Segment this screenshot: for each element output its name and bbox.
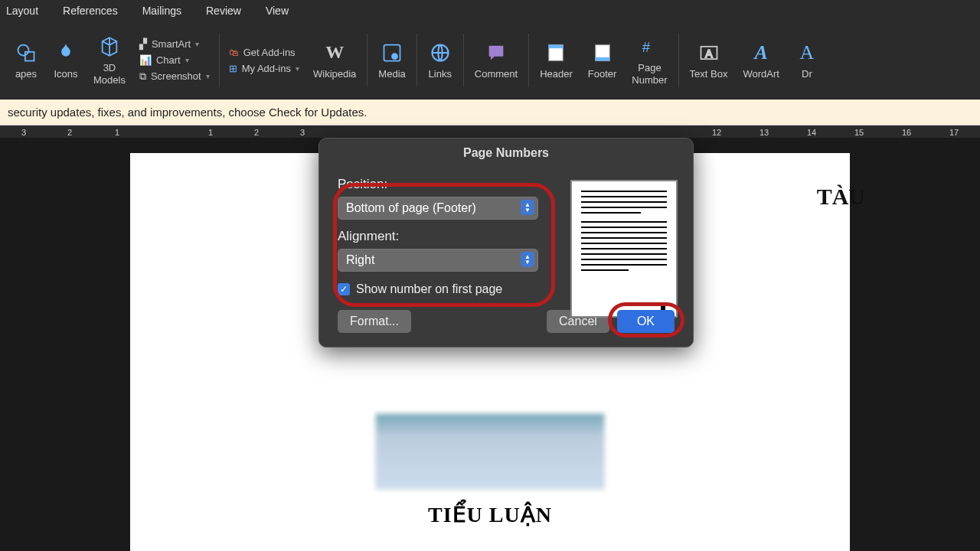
checkbox-checked-icon[interactable]: ✓ bbox=[338, 283, 350, 295]
page-image-blurred bbox=[375, 413, 605, 490]
dropcap-icon: A bbox=[795, 41, 819, 65]
ribbon-chart[interactable]: 📊Chart▾ bbox=[139, 54, 210, 66]
ribbon-icons[interactable]: Icons bbox=[46, 21, 86, 99]
ribbon-dropcap[interactable]: A Dr bbox=[787, 21, 819, 99]
page-heading: TIỂU LUẬN bbox=[130, 502, 850, 527]
select-arrows-icon: ▲▼ bbox=[521, 252, 534, 267]
dialog-title: Page Numbers bbox=[319, 139, 693, 166]
format-button[interactable]: Format... bbox=[338, 310, 411, 333]
ribbon: apes Icons 3D Models ▞SmartArt▾ 📊Chart▾ … bbox=[0, 21, 980, 99]
wordart-icon: A bbox=[749, 41, 773, 65]
ribbon-3d-models[interactable]: 3D Models bbox=[86, 21, 133, 99]
menu-layout[interactable]: Layout bbox=[6, 5, 38, 17]
ribbon-media[interactable]: Media bbox=[371, 21, 413, 99]
icons-icon bbox=[54, 41, 78, 65]
ribbon-page-number[interactable]: # Page Number bbox=[624, 21, 675, 99]
wikipedia-icon: W bbox=[322, 41, 347, 65]
svg-rect-1 bbox=[25, 52, 34, 61]
menu-references[interactable]: References bbox=[63, 5, 118, 17]
media-icon bbox=[380, 41, 404, 65]
ribbon-header[interactable]: Header bbox=[532, 21, 580, 99]
ribbon-shapes[interactable]: apes bbox=[6, 21, 46, 99]
ribbon-get-addins[interactable]: 🛍Get Add-ins bbox=[229, 47, 299, 58]
alignment-select[interactable]: Right ▲▼ bbox=[338, 249, 538, 272]
addins-icon: ⊞ bbox=[229, 63, 237, 74]
svg-rect-2 bbox=[384, 44, 400, 60]
smartart-icon: ▞ bbox=[139, 38, 147, 50]
svg-rect-8 bbox=[595, 57, 609, 61]
ribbon-comment[interactable]: Comment bbox=[467, 21, 525, 99]
ribbon-my-addins[interactable]: ⊞My Add-ins▾ bbox=[229, 63, 299, 74]
ribbon-footer[interactable]: Footer bbox=[580, 21, 625, 99]
page-number-preview bbox=[570, 180, 678, 318]
page-numbers-dialog: Page Numbers Position: Bottom of page (F… bbox=[318, 138, 694, 347]
ribbon-wordart[interactable]: A WordArt bbox=[735, 21, 786, 99]
menu-mailings[interactable]: Mailings bbox=[142, 5, 181, 17]
svg-point-0 bbox=[18, 44, 29, 55]
links-icon bbox=[428, 41, 452, 65]
textbox-icon: A bbox=[697, 41, 721, 65]
store-icon: 🛍 bbox=[229, 47, 239, 58]
ribbon-smartart[interactable]: ▞SmartArt▾ bbox=[139, 38, 210, 50]
menubar: Layout References Mailings Review View bbox=[0, 0, 980, 21]
select-arrows-icon: ▲▼ bbox=[521, 200, 534, 215]
menu-review[interactable]: Review bbox=[206, 5, 241, 17]
shapes-icon bbox=[14, 41, 38, 65]
ribbon-links[interactable]: Links bbox=[420, 21, 460, 99]
screenshot-icon: ⧉ bbox=[139, 70, 146, 83]
footer-icon bbox=[590, 41, 615, 65]
ok-button[interactable]: OK bbox=[617, 310, 675, 333]
cube-icon bbox=[97, 34, 122, 59]
header-icon bbox=[544, 41, 568, 65]
ribbon-wikipedia[interactable]: W Wikipedia bbox=[305, 21, 364, 99]
svg-text:#: # bbox=[642, 39, 651, 55]
svg-rect-6 bbox=[549, 44, 564, 48]
comment-icon bbox=[484, 41, 508, 65]
page-text-fragment: TÀU bbox=[817, 184, 865, 210]
menu-view[interactable]: View bbox=[266, 5, 289, 17]
chart-icon: 📊 bbox=[139, 54, 152, 66]
ribbon-text-box[interactable]: A Text Box bbox=[682, 21, 736, 99]
ribbon-screenshot[interactable]: ⧉Screenshot▾ bbox=[139, 70, 210, 83]
svg-point-3 bbox=[392, 54, 397, 59]
checkbox-label: Show number on first page bbox=[356, 282, 502, 296]
page-number-icon: # bbox=[637, 34, 662, 59]
ribbon-smartart-col: ▞SmartArt▾ 📊Chart▾ ⧉Screenshot▾ bbox=[133, 21, 216, 99]
ribbon-addins-col: 🛍Get Add-ins ⊞My Add-ins▾ bbox=[223, 21, 305, 99]
svg-text:A: A bbox=[705, 47, 713, 60]
update-banner: security updates, fixes, and improvement… bbox=[0, 99, 980, 126]
position-select[interactable]: Bottom of page (Footer) ▲▼ bbox=[338, 197, 538, 220]
